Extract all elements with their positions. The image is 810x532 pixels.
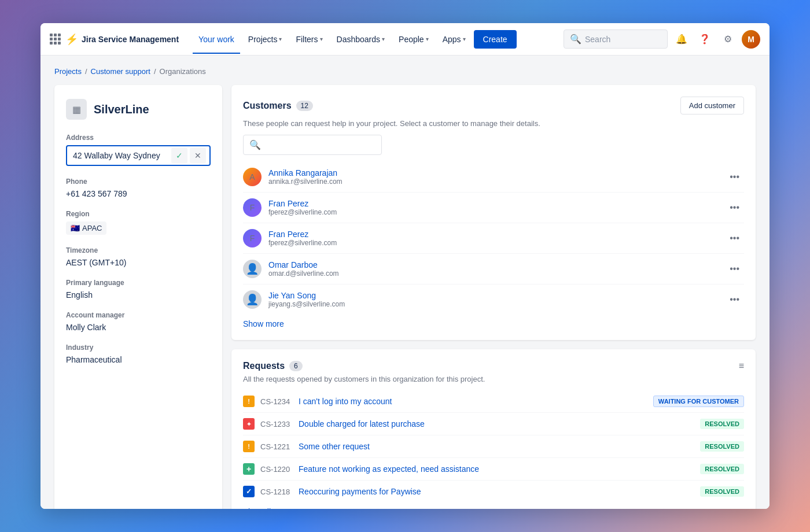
phone-label: Phone xyxy=(66,178,211,186)
customer-info: Annika Rangarajan annika.r@silverline.co… xyxy=(268,168,718,186)
address-cancel-button[interactable]: ✕ xyxy=(190,147,206,164)
region-badge[interactable]: 🇦🇺 APAC xyxy=(66,221,106,235)
view-all-button[interactable]: View all xyxy=(243,503,744,509)
customer-email: fperez@silverline.com xyxy=(268,239,718,247)
breadcrumb-projects[interactable]: Projects xyxy=(54,67,82,76)
dashboards-chevron-icon: ▾ xyxy=(382,36,385,42)
request-title[interactable]: Some other request xyxy=(299,442,694,451)
customers-card-header: Customers 12 Add customer xyxy=(243,97,744,114)
customer-name[interactable]: Jie Yan Song xyxy=(268,291,718,300)
address-label: Address xyxy=(66,134,211,142)
app-title: Jira Service Management xyxy=(82,35,179,44)
avatar: A xyxy=(243,168,262,186)
customer-name[interactable]: Annika Rangarajan xyxy=(268,168,718,178)
customer-more-button[interactable]: ••• xyxy=(725,169,744,184)
nav-your-work[interactable]: Your work xyxy=(193,30,240,49)
phone-field: Phone +61 423 567 789 xyxy=(66,178,211,198)
customer-email: fperez@silverline.com xyxy=(268,208,718,216)
requests-list: ! CS-1234 I can't log into my account WA… xyxy=(243,390,744,503)
customer-search-icon: 🔍 xyxy=(249,139,261,150)
people-chevron-icon: ▾ xyxy=(426,36,429,42)
search-box[interactable]: 🔍 xyxy=(564,29,668,49)
right-panel: Customers 12 Add customer These people c… xyxy=(231,85,756,509)
app-logo: ⚡ Jira Service Management xyxy=(65,33,179,46)
customer-more-button[interactable]: ••• xyxy=(725,231,744,246)
request-title[interactable]: Feature not working as expected, need as… xyxy=(299,464,694,474)
create-button[interactable]: Create xyxy=(474,30,517,49)
customer-search-input[interactable] xyxy=(266,141,375,150)
customer-list: A Annika Rangarajan annika.r@silverline.… xyxy=(243,162,744,315)
nav-dashboards[interactable]: Dashboards ▾ xyxy=(331,30,391,49)
nav-projects[interactable]: Projects ▾ xyxy=(242,30,288,49)
main-nav: Your work Projects ▾ Filters ▾ Dashboard… xyxy=(193,30,559,49)
request-id: CS-1233 xyxy=(260,420,293,428)
request-id: CS-1234 xyxy=(260,397,293,406)
content-area: Projects / Customer support / Organizati… xyxy=(41,56,770,509)
phone-value: +61 423 567 789 xyxy=(66,189,211,198)
list-item: ✦ CS-1233 Double charged for latest purc… xyxy=(243,413,744,435)
grid-menu-icon[interactable] xyxy=(50,34,61,45)
request-id: CS-1220 xyxy=(260,465,293,474)
address-input-wrap: ✓ ✕ xyxy=(66,145,211,166)
request-title[interactable]: Double charged for latest purchase xyxy=(299,419,694,428)
navbar-right: 🔍 🔔 ❓ ⚙ M xyxy=(564,29,760,49)
request-title[interactable]: I can't log into my account xyxy=(299,397,647,406)
req-type-icon: + xyxy=(243,463,255,475)
industry-value: Pharmaceutical xyxy=(66,355,211,364)
nav-filters[interactable]: Filters ▾ xyxy=(290,30,328,49)
nav-people[interactable]: People ▾ xyxy=(393,30,435,49)
language-value: English xyxy=(66,290,211,300)
org-icon: ▦ xyxy=(66,99,87,120)
request-id: CS-1218 xyxy=(260,487,293,496)
search-input[interactable] xyxy=(585,35,661,44)
address-field: Address ✓ ✕ xyxy=(66,134,211,166)
status-badge: RESOLVED xyxy=(700,441,744,452)
breadcrumb-sep-2: / xyxy=(154,67,156,76)
avatar: 👤 xyxy=(243,260,262,278)
list-item: A Annika Rangarajan annika.r@silverline.… xyxy=(243,162,744,193)
address-confirm-button[interactable]: ✓ xyxy=(171,147,187,164)
customer-name[interactable]: Omar Darboe xyxy=(268,260,718,269)
list-item: + CS-1220 Feature not working as expecte… xyxy=(243,458,744,481)
add-customer-button[interactable]: Add customer xyxy=(680,97,744,114)
customer-more-button[interactable]: ••• xyxy=(725,261,744,276)
requests-card: Requests 6 ≡ All the requests opened by … xyxy=(231,349,756,509)
requests-card-header: Requests 6 ≡ xyxy=(243,361,744,371)
help-button[interactable]: ❓ xyxy=(695,30,714,49)
main-grid: ▦ SilverLine Address ✓ ✕ Phone xyxy=(54,85,756,509)
region-flag: 🇦🇺 xyxy=(71,224,80,232)
customers-subtitle: These people can request help in your pr… xyxy=(243,119,744,128)
breadcrumb-sep-1: / xyxy=(85,67,87,76)
req-type-icon: ! xyxy=(243,441,255,452)
settings-button[interactable]: ⚙ xyxy=(719,30,737,49)
account-manager-field: Account manager Molly Clark xyxy=(66,311,211,332)
requests-subtitle: All the requests opened by customers in … xyxy=(243,375,744,383)
list-item: ! CS-1221 Some other request RESOLVED xyxy=(243,435,744,458)
customer-more-button[interactable]: ••• xyxy=(725,200,744,215)
status-badge: RESOLVED xyxy=(700,419,744,429)
nav-apps[interactable]: Apps ▾ xyxy=(437,30,472,49)
customer-name[interactable]: Fran Perez xyxy=(268,230,718,239)
filter-icon[interactable]: ≡ xyxy=(739,361,744,371)
region-field: Region 🇦🇺 APAC xyxy=(66,210,211,235)
customers-card: Customers 12 Add customer These people c… xyxy=(231,85,756,340)
customer-info: Omar Darboe omar.d@silverline.com xyxy=(268,260,718,278)
search-icon: 🔍 xyxy=(570,34,581,45)
customer-search[interactable]: 🔍 xyxy=(243,135,382,155)
account-manager-label: Account manager xyxy=(66,311,211,319)
customer-name[interactable]: Fran Perez xyxy=(268,199,718,208)
timezone-field: Timezone AEST (GMT+10) xyxy=(66,246,211,267)
customer-more-button[interactable]: ••• xyxy=(725,292,744,307)
avatar: F xyxy=(243,229,262,247)
request-title[interactable]: Reoccuring payments for Paywise xyxy=(299,487,694,496)
list-item: 👤 Omar Darboe omar.d@silverline.com ••• xyxy=(243,254,744,285)
notifications-button[interactable]: 🔔 xyxy=(672,30,691,49)
list-item: ! CS-1234 I can't log into my account WA… xyxy=(243,390,744,413)
avatar: 👤 xyxy=(243,290,262,309)
language-label: Primary language xyxy=(66,279,211,287)
breadcrumb-customer-support[interactable]: Customer support xyxy=(91,67,150,76)
breadcrumb-organizations: Organizations xyxy=(160,67,206,76)
show-more-button[interactable]: Show more xyxy=(243,315,744,328)
timezone-label: Timezone xyxy=(66,246,211,254)
user-avatar[interactable]: M xyxy=(742,30,760,49)
